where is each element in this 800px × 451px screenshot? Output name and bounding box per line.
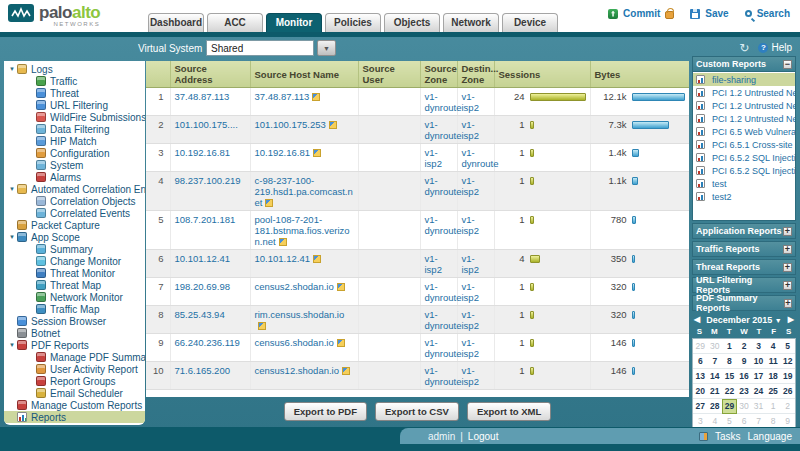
calendar-day[interactable]: 10: [751, 354, 766, 369]
calendar-day[interactable]: 12: [780, 354, 795, 369]
source-zone-link[interactable]: v1-dynroute: [425, 309, 462, 331]
tab-network[interactable]: Network: [443, 13, 499, 32]
calendar-day[interactable]: 11: [766, 354, 781, 369]
calendar-day[interactable]: 26: [780, 384, 795, 399]
sidebar-item-data-filtering[interactable]: Data Filtering: [4, 123, 145, 135]
tasks-button[interactable]: Tasks: [715, 431, 741, 442]
external-link-icon[interactable]: [279, 238, 287, 246]
custom-report-pci-1-2-untrusted-net-traffic[interactable]: PCI 1.2 Untrusted Net Traffic: [693, 86, 795, 99]
destination-zone-link[interactable]: v1-isp2: [462, 337, 479, 359]
column-header-destin-zone[interactable]: Destin... Zone: [457, 61, 494, 88]
external-link-icon[interactable]: [313, 255, 321, 263]
calendar-day[interactable]: 5: [780, 339, 795, 354]
calendar-day[interactable]: 2: [737, 339, 752, 354]
source-zone-link[interactable]: v1-dynroute: [425, 365, 462, 387]
virtual-system-select[interactable]: Shared: [206, 40, 314, 56]
sidebar-item-botnet[interactable]: Botnet: [4, 327, 145, 339]
section-pdf-summary-reports[interactable]: PDF Summary Reports+: [692, 295, 796, 311]
destination-zone-link[interactable]: v1-isp2: [462, 91, 479, 113]
sidebar-item-change-monitor[interactable]: Change Monitor: [4, 255, 145, 267]
destination-zone-link[interactable]: v1-isp2: [462, 175, 479, 197]
sidebar-item-manage-custom-reports[interactable]: Manage Custom Reports: [4, 399, 145, 411]
source-address-link[interactable]: 108.7.201.181: [175, 214, 236, 225]
calendar-day[interactable]: 1: [722, 339, 737, 354]
destination-zone-link[interactable]: v1-dynroute: [462, 147, 499, 169]
column-header-source-address[interactable]: Source Address: [170, 61, 250, 88]
destination-zone-link[interactable]: v1-isp2: [462, 214, 479, 236]
column-header-sessions[interactable]: Sessions: [494, 61, 590, 88]
dropdown-arrow-icon[interactable]: ▼: [317, 40, 336, 56]
external-link-icon[interactable]: [313, 149, 321, 157]
calendar-day[interactable]: 17: [751, 369, 766, 384]
destination-zone-link[interactable]: v1-isp2: [462, 119, 479, 141]
export-to-csv-button[interactable]: Export to CSV: [375, 402, 459, 421]
source-address-link[interactable]: 10.192.16.81: [175, 147, 230, 158]
calendar-day[interactable]: 6: [693, 354, 708, 369]
source-host-link[interactable]: 101.100.175.253: [255, 119, 326, 130]
tree-expander-icon[interactable]: ▼: [7, 339, 17, 351]
sidebar-item-traffic-map[interactable]: Traffic Map: [4, 303, 145, 315]
tab-device[interactable]: Device: [502, 13, 558, 32]
source-zone-link[interactable]: v1-isp2: [425, 147, 442, 169]
expand-icon[interactable]: +: [783, 281, 792, 290]
sidebar-item-session-browser[interactable]: Session Browser: [4, 315, 145, 327]
external-link-icon[interactable]: [265, 199, 273, 207]
source-zone-link[interactable]: v1-dynroute: [425, 91, 462, 113]
source-zone-link[interactable]: v1-dynroute: [425, 281, 462, 303]
source-host-link[interactable]: pool-108-7-201-181.bstnma.fios.verizon.n…: [255, 214, 350, 247]
calendar-day[interactable]: 15: [722, 369, 737, 384]
calendar-day[interactable]: 7: [708, 354, 723, 369]
custom-report-file-sharing[interactable]: file-sharing: [693, 73, 795, 86]
custom-reports-header[interactable]: Custom Reports −: [692, 56, 796, 72]
sidebar-item-correlated-events[interactable]: Correlated Events: [4, 207, 145, 219]
sidebar-item-traffic[interactable]: Traffic: [4, 75, 145, 87]
help-button[interactable]: ? Help: [758, 42, 792, 53]
destination-zone-link[interactable]: v1-isp2: [462, 309, 479, 331]
row-number-header[interactable]: [146, 61, 170, 88]
calendar-day[interactable]: 28: [708, 399, 723, 414]
external-link-icon[interactable]: [312, 93, 320, 101]
custom-report-test2[interactable]: test2: [693, 190, 795, 203]
sidebar-item-system[interactable]: System: [4, 159, 145, 171]
tab-objects[interactable]: Objects: [384, 13, 440, 32]
source-address-link[interactable]: 101.100.175....: [175, 119, 238, 130]
calendar-day[interactable]: 21: [708, 384, 723, 399]
prev-month-icon[interactable]: ◀: [694, 315, 700, 324]
calendar-day[interactable]: 25: [766, 384, 781, 399]
source-host-link[interactable]: rim.census.shodan.io: [255, 309, 345, 320]
destination-zone-link[interactable]: v1-isp2: [462, 365, 479, 387]
sidebar-item-network-monitor[interactable]: Network Monitor: [4, 291, 145, 303]
source-host-link[interactable]: 37.48.87.113: [255, 91, 310, 102]
tab-monitor[interactable]: Monitor: [266, 13, 322, 32]
tree-expander-icon[interactable]: ▼: [7, 63, 17, 75]
sidebar-item-alarms[interactable]: Alarms: [4, 171, 145, 183]
source-zone-link[interactable]: v1-isp2: [425, 253, 442, 275]
external-link-icon[interactable]: [258, 322, 266, 330]
calendar-day[interactable]: 18: [766, 369, 781, 384]
sidebar-item-correlation-objects[interactable]: Correlation Objects: [4, 195, 145, 207]
source-host-link[interactable]: census6.shodan.io: [255, 337, 334, 348]
custom-report-pci-1-2-untrusted-net-traffic[interactable]: PCI 1.2 Untrusted Net Traffic: [693, 112, 795, 125]
source-host-link[interactable]: census12.shodan.io: [255, 365, 340, 376]
source-address-link[interactable]: 10.101.12.41: [175, 253, 230, 264]
sidebar-item-report-groups[interactable]: Report Groups: [4, 375, 145, 387]
save-button[interactable]: Save: [705, 8, 728, 19]
sidebar-item-automated-correlation-engine[interactable]: ▼Automated Correlation Engine: [4, 183, 145, 195]
calendar-day[interactable]: 19: [780, 369, 795, 384]
section-application-reports[interactable]: Application Reports+: [692, 223, 796, 239]
calendar-day[interactable]: 13: [693, 369, 708, 384]
calendar-day[interactable]: 9: [737, 354, 752, 369]
next-month-icon[interactable]: ▶: [788, 315, 794, 324]
source-address-link[interactable]: 71.6.165.200: [175, 365, 230, 376]
source-address-link[interactable]: 198.20.69.98: [175, 281, 230, 292]
sidebar-item-user-activity-report[interactable]: User Activity Report: [4, 363, 145, 375]
sidebar-item-threat[interactable]: Threat: [4, 87, 145, 99]
expand-icon[interactable]: +: [783, 227, 792, 236]
column-header-source-host-name[interactable]: Source Host Name: [250, 61, 358, 88]
source-address-link[interactable]: 66.240.236.119: [175, 337, 240, 348]
export-to-pdf-button[interactable]: Export to PDF: [284, 402, 367, 421]
source-address-link[interactable]: 85.25.43.94: [175, 309, 225, 320]
expand-icon[interactable]: +: [783, 263, 792, 272]
sidebar-item-packet-capture[interactable]: Packet Capture: [4, 219, 145, 231]
section-threat-reports[interactable]: Threat Reports+: [692, 259, 796, 275]
